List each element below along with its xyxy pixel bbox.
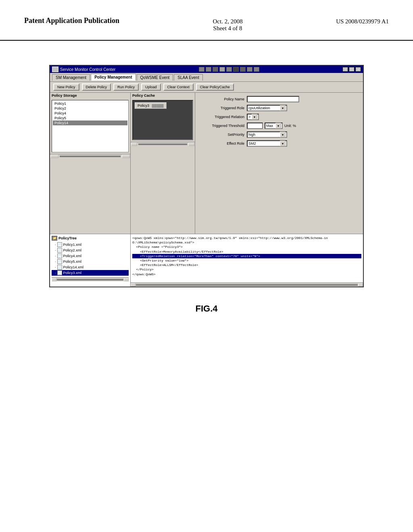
tree-scrollbar-h[interactable] [52, 277, 129, 281]
main-content: Service Monitor Control Center − □ × S [0, 49, 413, 322]
xml-panel: <qows:QoWS xmlns:qows="http://www.sim.or… [131, 234, 363, 283]
left-section: Policy Storage Policy1 Policy2 Policy4 P… [50, 93, 131, 234]
policy-cache-title: Policy Cache [131, 93, 195, 98]
effect-role-row: Effect Role SM2 ▼ [198, 140, 360, 147]
menu-policy-management[interactable]: Policy Management [91, 74, 136, 81]
toolbar-icon-3 [213, 67, 218, 72]
xml-line-5: <TriggeredRelation relation="MoreThan" c… [132, 254, 361, 258]
publication-date: Oct. 2, 2008 Sheet 4 of 8 [213, 16, 243, 32]
policy-name-row: Policy Name [198, 96, 360, 102]
triggered-relation-label: Triggered Relation [198, 115, 247, 119]
triggered-relation-row: Triggered Relation > ▼ [198, 114, 360, 120]
title-bar-icons-group [199, 67, 259, 72]
set-priority-row: SetPriority high ▼ [198, 131, 360, 138]
close-button[interactable]: × [355, 67, 361, 72]
triggered-role-arrow[interactable]: ▼ [280, 105, 286, 111]
effect-role-select[interactable]: SM2 ▼ [247, 140, 287, 147]
policy-storage-list: Policy1 Policy2 Policy4 Policy5 Policy14 [52, 100, 128, 126]
bottom-section: 📁 PolicyTree · 📄 Policy1.xml · 📄 Policy2… [50, 234, 363, 287]
xml-line-4: <EffectRole>MemoryAvailability</EffectRo… [132, 249, 361, 254]
file-icon-policy5: 📄 [57, 259, 62, 264]
xml-line-8: </Policy> [132, 267, 361, 272]
tree-item-policy2[interactable]: · 📄 Policy2.xml [52, 247, 129, 253]
toolbar-icon-8 [247, 67, 252, 72]
menu-slaa-event[interactable]: SLAA Event [174, 74, 202, 81]
threshold-controls: Max ▼ Unit: % [247, 123, 296, 129]
toolbar-icon-7 [240, 67, 246, 72]
app-body: Policy Storage Policy1 Policy2 Policy4 P… [50, 93, 363, 234]
threshold-max-arrow[interactable]: ▼ [275, 123, 281, 129]
triggered-relation-select[interactable]: > ▼ [247, 114, 259, 120]
xml-scrollbar-h[interactable] [131, 283, 363, 287]
set-priority-arrow[interactable]: ▼ [280, 132, 286, 137]
menu-qowsme-event[interactable]: QoWSME Event [137, 74, 173, 81]
policy-storage-item[interactable]: Policy4 [53, 111, 127, 116]
patent-number: US 2008/0239979 A1 [336, 16, 389, 25]
threshold-unit-label: Unit: % [284, 124, 296, 128]
tree-panel-title: PolicyTree [58, 236, 77, 240]
tree-panel: 📁 PolicyTree · 📄 Policy1.xml · 📄 Policy2… [50, 234, 131, 287]
policy-storage-item[interactable]: Policy5 [53, 116, 127, 121]
tree-item-policy1[interactable]: · 📄 Policy1.xml [52, 242, 129, 247]
toolbar-icon-6 [233, 67, 239, 72]
xml-line-1: <qows:QoWS xmlns:qows="http://www.sim.or… [132, 236, 361, 240]
policy-name-input[interactable] [247, 96, 299, 102]
xml-line-6: <SetPriority value="low"> [132, 258, 361, 263]
policy-storage-panel: Policy1 Policy2 Policy4 Policy5 Policy14 [52, 100, 129, 152]
file-icon-policy3: 📄 [57, 270, 62, 275]
patent-title: Patent Application Publication [24, 16, 119, 25]
xml-line-2: O:\XMLiSchema\policySchema.xsd"> [132, 240, 361, 245]
figure-caption: FIG.4 [195, 303, 217, 314]
new-policy-button[interactable]: New Policy [53, 83, 79, 91]
title-bar: Service Monitor Control Center − □ × [50, 66, 363, 73]
policy3-cache-item[interactable]: Policy3 ▓▓▓▓▓ [135, 102, 167, 109]
tree-item-policy14[interactable]: · 📄 Policy14.xml [52, 264, 129, 270]
xml-line-3: <Policy name ="Policy3"> [132, 245, 361, 249]
xml-line-7: <EffectRole>ALLSM</EffectRole> [132, 263, 361, 267]
triggered-role-label: Triggered Role [198, 106, 247, 110]
policy-cache-panel: Policy3 ▓▓▓▓▓ [132, 100, 193, 140]
right-section: Policy Name Triggered Role cpuUtilizatio… [195, 93, 363, 234]
run-policy-button[interactable]: Run Policy [113, 83, 139, 91]
set-priority-select[interactable]: high ▼ [247, 131, 287, 138]
file-icon-policy1: 📄 [57, 242, 62, 247]
policy-storage-item[interactable]: Policy1 [53, 101, 127, 106]
policy-storage-title: Policy Storage [50, 93, 130, 98]
threshold-min-input[interactable] [247, 123, 263, 129]
triggered-role-select[interactable]: cpuUtilization ▼ [247, 105, 287, 111]
app-icon [52, 66, 58, 72]
app-screenshot: Service Monitor Control Center − □ × S [49, 65, 364, 287]
threshold-max-label: Max [266, 124, 273, 128]
clear-policy-cache-button[interactable]: Clear PolicyCache [196, 83, 234, 91]
xml-line-9: </qows:QoWS> [132, 272, 361, 276]
xml-panel-container: <qows:QoWS xmlns:qows="http://www.sim.or… [131, 234, 363, 287]
tree-item-policy4[interactable]: · 📄 Policy4.xml [52, 253, 129, 259]
clear-context-button[interactable]: Clear Context [163, 83, 194, 91]
threshold-max-select[interactable]: Max ▼ [265, 123, 283, 129]
file-icon-policy14: 📄 [57, 265, 62, 270]
policy-storage-item-selected[interactable]: Policy14 [53, 121, 127, 125]
policy-storage-scrollbar-h[interactable] [50, 154, 130, 158]
policy-storage-item[interactable]: Policy2 [53, 106, 127, 111]
set-priority-label: SetPriority [198, 133, 247, 137]
toolbar-icon-1 [199, 67, 204, 72]
upload-button[interactable]: Upload [141, 83, 161, 91]
file-icon-policy2: 📄 [57, 248, 62, 253]
page-header: Patent Application Publication Oct. 2, 2… [0, 0, 413, 41]
tree-item-policy5[interactable]: · 📄 Policy5.xml [52, 259, 129, 264]
menu-sm-management[interactable]: SM Management [52, 74, 90, 81]
policy-name-label: Policy Name [198, 97, 247, 101]
middle-section: Policy Cache Policy3 ▓▓▓▓▓ [131, 93, 195, 234]
minimize-button[interactable]: − [342, 67, 348, 72]
toolbar-icon-4 [219, 67, 225, 72]
tree-item-policy3[interactable]: · 📄 Policy3.xml [52, 270, 129, 276]
app-title: Service Monitor Control Center [60, 67, 115, 72]
maximize-button[interactable]: □ [349, 67, 355, 72]
effect-role-arrow[interactable]: ▼ [280, 141, 286, 146]
triggered-role-row: Triggered Role cpuUtilization ▼ [198, 105, 360, 111]
window-controls[interactable]: − □ × [342, 67, 361, 72]
delete-policy-button[interactable]: Delete Policy [82, 83, 111, 91]
effect-role-label: Effect Role [198, 141, 247, 145]
policy-cache-scrollbar-h[interactable] [131, 142, 195, 146]
triggered-relation-arrow[interactable]: ▼ [252, 114, 257, 120]
